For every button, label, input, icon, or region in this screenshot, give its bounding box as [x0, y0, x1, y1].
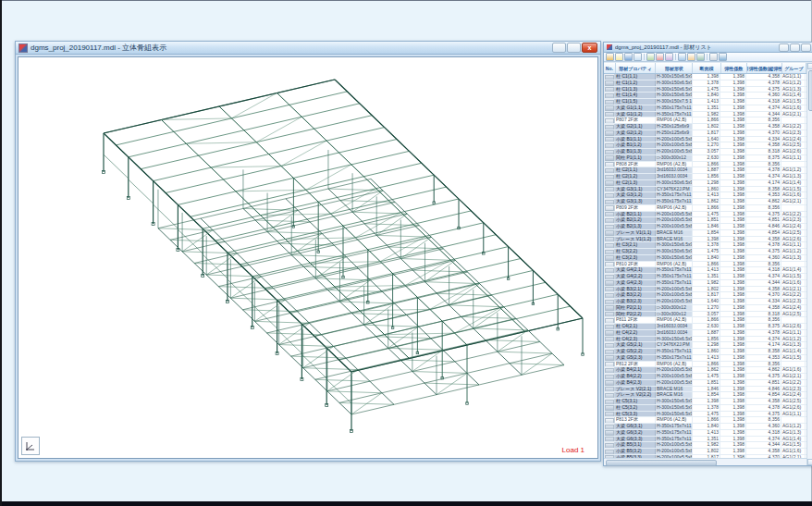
cell-property[interactable]: 間柱 P2(2,2): [615, 312, 656, 317]
cell-group[interactable]: AG1(2,2): [781, 292, 806, 298]
table-row[interactable]: 柱 C2(1,1) 3rd1603J.0034 1,887 1,398 4,37…: [604, 167, 806, 174]
cell-shear[interactable]: 4,374: [746, 274, 781, 279]
table-row[interactable]: 柱 C1(1,3) H-300x150x6.5x9 1,475 1,398 4,…: [604, 87, 806, 93]
cell-property[interactable]: 柱 C5(3,1): [615, 399, 656, 404]
scroll-down-arrow[interactable]: [807, 459, 812, 465]
cell-group[interactable]: AG1(1,2): [781, 337, 806, 342]
cell-area[interactable]: 1,866: [693, 417, 720, 423]
cell-elastic[interactable]: 1,398: [720, 262, 746, 267]
table-row[interactable]: 大梁 G5(2,2) H-350x175x7x11 1,860 1,398 8,…: [604, 349, 806, 355]
row-selector[interactable]: [604, 337, 615, 342]
cell-area[interactable]: 1,802: [693, 124, 720, 130]
table-row[interactable]: P812 2F床 RMP06 (A2,B) 1,866 1,398 8,356: [604, 362, 806, 368]
cell-shear[interactable]: 8,358: [746, 187, 781, 192]
table-row[interactable]: 柱 C2(1,3) H-300x150x6.5x9 1,298 1,398 4,…: [604, 180, 806, 187]
toolbar-paste-icon[interactable]: [656, 53, 664, 61]
cell-group[interactable]: AG1(1,2): [781, 167, 806, 173]
cell-shear[interactable]: 4,334: [746, 137, 781, 142]
cell-elastic[interactable]: 1,398: [720, 367, 746, 373]
table-row[interactable]: 小梁 B3(2,2) H-200x100x5.5x8 1,817 1,398 4…: [604, 292, 806, 299]
table-row[interactable]: 間柱 P2(2,2) □-300x300x12 3,057 1,398 8,31…: [604, 312, 806, 318]
cell-property[interactable]: 大梁 G6(3,2): [615, 430, 656, 436]
cell-shape[interactable]: H-350x175x7x11: [656, 355, 693, 361]
cell-shear[interactable]: 4,318: [746, 267, 781, 273]
cell-elastic[interactable]: 1,398: [720, 430, 746, 436]
cell-shear[interactable]: 4,174: [746, 180, 781, 186]
cell-area[interactable]: 1,866: [693, 317, 720, 323]
toolbar-refresh-icon[interactable]: [696, 53, 705, 61]
cell-area[interactable]: 1,862: [693, 199, 720, 204]
cell-shape[interactable]: H-350x175x7x11: [656, 430, 693, 436]
cell-property[interactable]: 柱 C3(2,1): [615, 242, 656, 248]
cell-shape[interactable]: H-350x175x7x11: [656, 267, 693, 273]
row-selector[interactable]: [604, 317, 615, 323]
cell-area[interactable]: 1,298: [693, 342, 720, 348]
row-selector[interactable]: [604, 199, 615, 204]
cell-group[interactable]: [781, 262, 806, 267]
cell-area[interactable]: 1,887: [693, 167, 720, 173]
cell-shear[interactable]: 4,360: [746, 93, 781, 98]
cell-area[interactable]: 1,270: [693, 142, 720, 148]
cell-shape[interactable]: H-300x150x6.5x9: [656, 74, 693, 80]
row-selector[interactable]: [604, 287, 615, 292]
row-selector[interactable]: [604, 342, 615, 348]
cell-shear[interactable]: 4,344: [746, 442, 781, 448]
table-row[interactable]: 大梁 G2(1,2) H-250x125x6x9 1,817 1,398 4,3…: [604, 130, 806, 137]
scroll-up-arrow[interactable]: [807, 63, 812, 69]
cell-elastic[interactable]: 1,398: [720, 405, 746, 411]
cell-elastic[interactable]: 1,398: [720, 167, 746, 173]
table-row[interactable]: P807 2F床 RMP06 (A2,B) 1,866 1,398 8,356: [604, 117, 806, 124]
table-row[interactable]: P811 2F床 RMP06 (A2,B) 1,866 1,398 8,356: [604, 317, 806, 324]
table-row[interactable]: 大梁 G3(1,1) CY3476X2J.PM 1,860 1,398 8,35…: [604, 187, 806, 193]
toolbar-sort-asc-icon[interactable]: [678, 53, 686, 61]
column-header[interactable]: No.: [604, 63, 616, 73]
cell-property[interactable]: 間柱 P2(2,1): [615, 305, 656, 311]
row-selector[interactable]: [604, 330, 615, 336]
cell-group[interactable]: AG1(2,3): [781, 130, 806, 136]
cell-elastic[interactable]: 1,398: [720, 362, 746, 367]
cell-area[interactable]: 1,640: [693, 299, 720, 304]
cell-group[interactable]: AG1(2,4): [781, 224, 806, 229]
cell-property[interactable]: P812 2F床: [615, 362, 656, 367]
cell-shear[interactable]: 4,378: [746, 330, 781, 336]
cell-property[interactable]: 大梁 G2(1,2): [615, 130, 656, 136]
cell-shear[interactable]: 4,862: [746, 199, 781, 204]
table-row[interactable]: 柱 C1(1,4) H-300x150x6.5x9 1,840 1,398 4,…: [604, 93, 806, 99]
cell-elastic[interactable]: 1,398: [720, 312, 746, 317]
row-selector[interactable]: [604, 430, 615, 436]
table-row[interactable]: 間柱 P1(1,1) □-300x300x12 2,630 1,398 8,37…: [604, 155, 806, 162]
cell-group[interactable]: [781, 117, 806, 123]
table-row[interactable]: 大梁 G4(2,1) H-350x175x7x11 1,413 1,398 4,…: [604, 267, 806, 274]
table-row[interactable]: P809 2F床 RMP06 (A2,B) 1,866 1,398 8,356: [604, 205, 806, 212]
cell-shape[interactable]: H-300x150x6.5x9: [656, 180, 693, 186]
row-selector[interactable]: [604, 237, 615, 242]
row-selector[interactable]: [604, 167, 615, 173]
cell-elastic[interactable]: 1,398: [720, 274, 746, 279]
viewer-canvas[interactable]: Load 1: [18, 56, 598, 459]
cell-group[interactable]: AG1(1,6): [781, 192, 806, 198]
table-row[interactable]: 小梁 B4(2,2) H-200x100x5.5x8 1,475 1,398 4…: [604, 374, 806, 380]
cell-property[interactable]: 小梁 B1(1,3): [615, 149, 656, 154]
cell-area[interactable]: 1,846: [693, 224, 720, 229]
cell-elastic[interactable]: 1,398: [720, 330, 746, 336]
cell-area[interactable]: 1,398: [693, 74, 720, 80]
cell-group[interactable]: AG1(1,4): [781, 437, 806, 442]
cell-area[interactable]: 1,860: [693, 349, 720, 354]
cell-shear[interactable]: 4,846: [746, 224, 781, 229]
cell-shape[interactable]: 3rd1603J.0034: [656, 330, 693, 336]
cell-area[interactable]: 1,854: [693, 230, 720, 236]
cell-shape[interactable]: RMP06 (A2,B): [656, 417, 693, 423]
cell-shear[interactable]: 4,360: [746, 424, 781, 429]
cell-shape[interactable]: H-200x100x5.5x8: [656, 367, 693, 373]
cell-area[interactable]: 1,413: [693, 192, 720, 198]
cell-area[interactable]: 1,378: [693, 405, 720, 411]
table-row[interactable]: 大梁 G6(3,3) H-350x175x7x11 1,351 1,398 4,…: [604, 437, 806, 443]
cell-elastic[interactable]: 1,398: [720, 392, 746, 398]
cell-elastic[interactable]: 1,398: [720, 87, 746, 93]
table-row[interactable]: P810 2F床 RMP06 (A2,B) 1,866 1,398 8,356: [604, 262, 806, 268]
cell-property[interactable]: 大梁 G5(2,1): [615, 342, 656, 348]
cell-group[interactable]: AG1(1,1): [781, 412, 806, 417]
cell-shape[interactable]: BRACE M16: [656, 230, 693, 236]
cell-group[interactable]: AG1(1,5): [781, 355, 806, 361]
cell-group[interactable]: AG1(2,2): [781, 212, 806, 217]
